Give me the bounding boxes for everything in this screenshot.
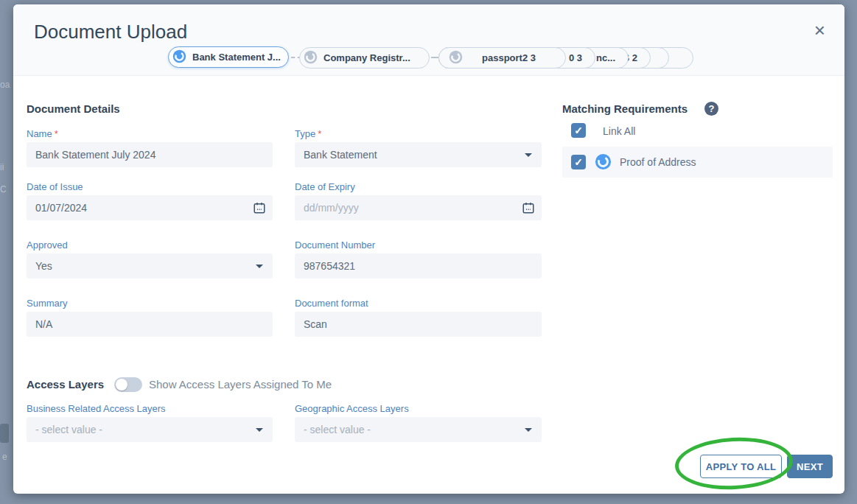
tab-group-overflow[interactable]: S 2 nc... 0 3 passport2 3 (438, 47, 693, 69)
document-upload-modal: Document Upload × Bank Statement J... Co… (13, 4, 844, 494)
next-button[interactable]: NEXT (787, 455, 833, 478)
document-ring-icon (172, 49, 186, 66)
tab-company-registration[interactable]: Company Registr... (299, 47, 430, 69)
document-number-field[interactable] (295, 253, 542, 279)
date-of-expiry-field[interactable] (295, 195, 542, 220)
tab-label: Bank Statement J... (192, 52, 281, 63)
date-of-issue-input[interactable] (27, 195, 273, 220)
geographic-access-layers-select[interactable]: - select value - (295, 417, 542, 442)
requirement-label: Proof of Address (620, 156, 696, 168)
date-of-issue-field[interactable] (27, 195, 273, 220)
backdrop-chip (0, 424, 9, 443)
approved-select[interactable]: Yes (27, 253, 273, 279)
tab-label-truncated: nc... (596, 48, 615, 68)
document-format-field[interactable] (295, 312, 542, 337)
required-marker: * (318, 128, 321, 139)
tab-label-truncated: 0 3 (569, 48, 582, 68)
document-ring-icon (595, 153, 612, 173)
requirement-row: ✓ Proof of Address (562, 147, 833, 178)
backdrop-text-fragment: oa (0, 80, 10, 90)
summary-field[interactable] (27, 312, 273, 337)
show-access-layers-toggle[interactable] (114, 377, 142, 392)
tab-label: passport2 3 (482, 52, 536, 63)
select-placeholder: - select value - (304, 424, 371, 435)
document-ring-icon (449, 50, 463, 66)
date-of-expiry-input[interactable] (295, 195, 542, 220)
geographic-access-layers-label: Geographic Access Layers (295, 403, 409, 414)
approved-select-value: Yes (35, 260, 52, 272)
link-all-checkbox[interactable]: ✓ (571, 123, 586, 138)
required-marker: * (55, 128, 58, 139)
proof-of-address-checkbox[interactable]: ✓ (571, 155, 586, 169)
calendar-icon[interactable] (253, 201, 266, 217)
tab-bank-statement[interactable]: Bank Statement J... (168, 46, 289, 68)
modal-header: Document Upload × Bank Statement J... Co… (13, 4, 844, 76)
tab-label: Company Registr... (323, 52, 410, 63)
type-select-value: Bank Statement (304, 149, 377, 161)
document-format-label: Document format (295, 298, 368, 309)
document-number-label: Document Number (295, 239, 375, 251)
approved-label: Approved (27, 239, 68, 251)
business-access-layers-label: Business Related Access Layers (27, 403, 166, 414)
chevron-down-icon (525, 153, 532, 157)
backdrop-text-fragment: C (0, 184, 7, 195)
summary-label: Summary (27, 298, 68, 309)
chevron-down-icon (525, 428, 532, 432)
name-label: Name* (27, 128, 58, 139)
date-of-expiry-label: Date of Expiry (295, 181, 355, 192)
help-icon[interactable]: ? (704, 102, 718, 116)
close-icon[interactable]: × (814, 21, 825, 40)
document-number-input[interactable] (295, 253, 542, 279)
name-input[interactable] (27, 142, 273, 167)
document-ring-icon (304, 50, 318, 66)
toggle-knob (116, 379, 127, 391)
backdrop-text-fragment: e (2, 452, 7, 462)
name-field[interactable] (27, 142, 273, 167)
date-of-issue-label: Date of Issue (27, 181, 83, 192)
backdrop-text-fragment: ii (0, 162, 4, 172)
access-layers-heading: Access Layers (27, 378, 104, 391)
tab-passport[interactable]: passport2 3 (438, 47, 566, 69)
type-select[interactable]: Bank Statement (295, 142, 542, 167)
chevron-down-icon (256, 265, 263, 268)
link-all-label: Link All (603, 125, 635, 137)
matching-requirements-heading: Matching Requirements (562, 102, 688, 115)
select-placeholder: - select value - (35, 424, 102, 435)
calendar-icon[interactable] (522, 201, 535, 217)
screen: oa ii C e Document Upload × Bank Stateme… (0, 0, 857, 504)
document-format-input[interactable] (295, 312, 542, 337)
document-details-heading: Document Details (27, 102, 120, 115)
page-title: Document Upload (34, 21, 187, 43)
summary-input[interactable] (27, 312, 273, 337)
type-label: Type* (295, 128, 321, 139)
chevron-down-icon (256, 428, 263, 432)
business-access-layers-select[interactable]: - select value - (27, 417, 273, 442)
toggle-label: Show Access Layers Assigned To Me (149, 378, 332, 391)
apply-to-all-button[interactable]: APPLY TO ALL (700, 455, 782, 478)
